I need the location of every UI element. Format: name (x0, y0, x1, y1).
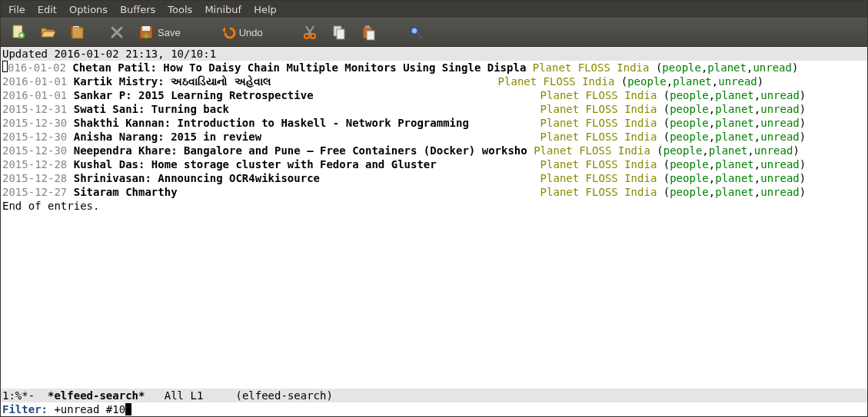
entry-date: 2015-12-30 (2, 144, 74, 157)
new-file-button[interactable] (5, 21, 32, 44)
entry-date: 2015-12-30 (2, 116, 74, 130)
entry-title: Sitaram Chmarthy (74, 185, 178, 199)
entry-feed: Planet FLOSS India (540, 157, 663, 171)
minibuffer-prompt: Filter: (2, 402, 54, 416)
copy-button[interactable] (326, 21, 352, 44)
tag: unread (718, 75, 757, 88)
feed-entry[interactable]: 2015-12-30 Shakthi Kannan: Introduction … (2, 116, 866, 130)
elfeed-buffer[interactable]: 016-01-02 Chetan Patil: How To Daisy Cha… (1, 61, 867, 389)
entry-feed: Planet FLOSS India (533, 61, 656, 74)
minibuffer[interactable]: Filter: +unread #10 (1, 402, 867, 416)
entry-feed: Planet FLOSS India (540, 102, 663, 116)
buffer-header: Updated 2016-01-02 21:13, 10/10:1 (1, 47, 867, 61)
tag: planet (715, 117, 754, 129)
paste-button[interactable] (355, 21, 381, 44)
tag: people (670, 186, 709, 198)
feed-entry[interactable]: 016-01-02 Chetan Patil: How To Daisy Cha… (2, 61, 866, 74)
svg-rect-10 (337, 29, 344, 39)
entry-feed: Planet FLOSS India (540, 185, 663, 199)
new-file-icon (10, 24, 27, 41)
entry-feed: Planet FLOSS India (540, 88, 663, 102)
tag: people (663, 144, 703, 157)
svg-rect-4 (72, 28, 83, 38)
close-button[interactable] (104, 21, 130, 44)
search-button[interactable] (403, 21, 429, 44)
tag: people (670, 172, 709, 184)
undo-icon (219, 24, 236, 41)
entry-date: 2016-01-01 (2, 88, 74, 102)
modeline-mode: (elfeed-search) (235, 389, 332, 402)
menu-options[interactable]: Options (63, 2, 114, 17)
tag: planet (709, 144, 748, 157)
search-icon (407, 24, 424, 41)
save-all-button[interactable] (64, 21, 90, 44)
copy-icon (331, 24, 348, 41)
tag: people (670, 103, 709, 115)
tag: unread (754, 144, 793, 157)
entry-title: Sankar P: 2015 Learning Retrospective (74, 88, 314, 102)
minibuffer-input[interactable]: +unread #10 (54, 402, 125, 416)
open-icon (39, 24, 56, 41)
open-button[interactable] (35, 21, 61, 44)
entry-tags: (people,planet,unread) (663, 171, 806, 185)
menu-minibuf[interactable]: Minibuf (198, 2, 248, 17)
entry-date: 2015-12-28 (2, 157, 74, 171)
feed-entry[interactable]: 2015-12-30 Neependra Khare: Bangalore an… (2, 144, 866, 157)
menu-help[interactable]: Help (248, 2, 283, 17)
feed-entry[interactable]: 2016-01-01 Sankar P: 2015 Learning Retro… (2, 88, 866, 102)
feed-entry[interactable]: 2015-12-27 Sitaram Chmarthy Planet FLOSS… (2, 185, 866, 199)
entry-title: Kartik Mistry: અઠવાડિયાનો અહેવાલ (74, 74, 271, 88)
tag: unread (760, 172, 800, 184)
modeline-mid: All L1 (145, 389, 235, 402)
tag: planet (715, 158, 754, 170)
tag: unread (760, 186, 800, 198)
entry-feed: Planet FLOSS India (540, 116, 663, 130)
svg-rect-13 (367, 31, 374, 40)
entry-tags: (people,planet,unread) (663, 130, 806, 144)
tag: planet (715, 103, 754, 115)
entry-feed: Planet FLOSS India (540, 130, 663, 144)
toolbar: Save Undo (1, 18, 867, 47)
menu-tools[interactable]: Tools (161, 2, 198, 17)
feed-entry[interactable]: 2015-12-28 Shrinivasan: Announcing OCR4w… (2, 171, 866, 185)
entry-feed: Planet FLOSS India (498, 74, 621, 88)
entry-date: 2015-12-28 (2, 171, 74, 185)
paste-icon (360, 24, 377, 41)
entry-tags: (people,planet,unread) (663, 102, 806, 116)
tag: people (670, 158, 709, 170)
undo-button[interactable]: Undo (215, 21, 268, 44)
menu-buffers[interactable]: Buffers (114, 2, 161, 17)
entry-title: Neependra Khare: Bangalore and Pune – Fr… (74, 144, 527, 157)
entry-feed: Planet FLOSS India (534, 144, 657, 157)
entry-tags: (people,planet,unread) (621, 74, 763, 88)
close-icon (108, 24, 125, 41)
entry-title: Anisha Narang: 2015 in review (74, 130, 261, 144)
entry-title: Shakthi Kannan: Introduction to Haskell … (74, 116, 469, 130)
tag: unread (760, 158, 800, 170)
save-button[interactable]: Save (133, 21, 185, 44)
tag: planet (715, 131, 754, 143)
tag: people (670, 117, 709, 129)
feed-entry[interactable]: 2015-12-28 Kushal Das: Home storage clus… (2, 157, 866, 171)
svg-rect-12 (365, 25, 370, 28)
entry-title: Chetan Patil: How To Daisy Chain Multipl… (72, 61, 526, 74)
tag: unread (760, 117, 800, 129)
cursor-icon (125, 403, 131, 415)
tag: people (627, 75, 667, 88)
feed-entry[interactable]: 2016-01-01 Kartik Mistry: અઠવાડિયાનો અહે… (2, 74, 866, 88)
entry-date: 016-01-02 (8, 61, 72, 74)
feed-entry[interactable]: 2015-12-31 Swati Sani: Turning back Plan… (2, 102, 866, 116)
tag: planet (707, 61, 747, 74)
entry-tags: (people,planet,unread) (657, 144, 799, 157)
entry-tags: (people,planet,unread) (663, 88, 806, 102)
svg-rect-6 (142, 26, 150, 31)
feed-entry[interactable]: 2015-12-30 Anisha Narang: 2015 in review… (2, 130, 866, 144)
modeline-buffer: *elfeed-search* (48, 389, 145, 402)
cut-button[interactable] (297, 21, 323, 44)
undo-label: Undo (239, 27, 263, 38)
entry-tags: (people,planet,unread) (663, 157, 806, 171)
menu-edit[interactable]: Edit (32, 2, 63, 17)
tag: unread (760, 131, 800, 143)
tag: planet (715, 186, 754, 198)
menu-file[interactable]: File (2, 2, 32, 17)
